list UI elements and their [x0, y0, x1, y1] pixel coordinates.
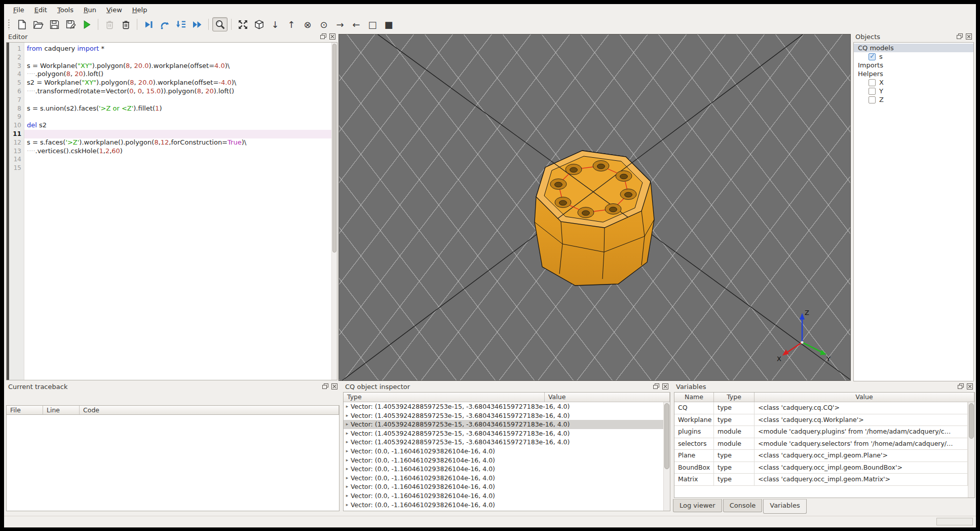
- tree-item-x[interactable]: X: [854, 78, 973, 87]
- code-line[interactable]: del s2: [24, 121, 331, 130]
- code-line[interactable]: [24, 53, 331, 62]
- code-line[interactable]: ····.transformed(rotate=Vector(0, 0, 15.…: [24, 87, 331, 96]
- expand-arrow-icon[interactable]: ▸: [344, 465, 351, 474]
- toolbar-handle[interactable]: [8, 19, 11, 30]
- menu-run[interactable]: Run: [79, 5, 101, 15]
- column-header-value[interactable]: Value: [755, 393, 974, 402]
- code-editor[interactable]: from cadquery import *s = Workplane("XY"…: [24, 43, 331, 380]
- clear-button[interactable]: [102, 17, 117, 31]
- inspector-row[interactable]: ▸Vector: (0.0, -1.1604610293826104e-16, …: [344, 474, 663, 483]
- view-top-button[interactable]: ↑: [284, 17, 299, 31]
- inspector-row[interactable]: ▸Vector: (1.4053924288597253e-15, -3.680…: [344, 420, 663, 429]
- checkbox-s[interactable]: [869, 53, 876, 60]
- inspector-scrollbar[interactable]: [663, 402, 670, 511]
- variable-row[interactable]: CQtype<class 'cadquery.cq.CQ'>: [674, 402, 968, 414]
- view-left-button[interactable]: ←: [349, 17, 364, 31]
- expand-arrow-icon[interactable]: ▸: [344, 429, 351, 438]
- checkbox-x[interactable]: [869, 79, 876, 86]
- save-button[interactable]: [47, 17, 62, 31]
- step-into-button[interactable]: [173, 17, 189, 31]
- inspector-scrollbar-thumb[interactable]: [664, 403, 669, 469]
- float-panel-button[interactable]: [956, 33, 963, 40]
- expand-arrow-icon[interactable]: ▸: [344, 420, 351, 429]
- expand-arrow-icon[interactable]: ▸: [344, 402, 351, 411]
- inspector-row[interactable]: ▸Vector: (1.4053924288597253e-15, -3.680…: [344, 402, 663, 411]
- tree-group-imports[interactable]: Imports: [854, 61, 973, 69]
- variable-row[interactable]: Planetype<class 'cadquery.occ_impl.geom.…: [674, 450, 968, 462]
- menu-view[interactable]: View: [101, 5, 127, 15]
- expand-arrow-icon[interactable]: ▸: [344, 438, 351, 447]
- inspector-row[interactable]: ▸Vector: (0.0, -1.1604610293826104e-16, …: [344, 482, 663, 491]
- column-header-code[interactable]: Code: [80, 406, 339, 414]
- code-line[interactable]: [24, 96, 331, 104]
- close-panel-button[interactable]: [966, 383, 973, 390]
- variables-scrollbar[interactable]: [968, 402, 974, 498]
- menu-file[interactable]: File: [8, 5, 29, 15]
- tree-item-y[interactable]: Y: [854, 87, 973, 95]
- code-line[interactable]: [24, 164, 331, 172]
- close-panel-button[interactable]: [965, 33, 972, 40]
- expand-arrow-icon[interactable]: ▸: [344, 474, 351, 483]
- variable-row[interactable]: BoundBoxtype<class 'cadquery.occ_impl.ge…: [674, 462, 968, 474]
- expand-arrow-icon[interactable]: ▸: [344, 447, 351, 456]
- inspector-row[interactable]: ▸Vector: (0.0, -1.1604610293826104e-16, …: [344, 491, 663, 501]
- tree-item-z[interactable]: Z: [854, 95, 973, 104]
- code-line[interactable]: from cadquery import *: [24, 45, 331, 53]
- code-line[interactable]: [24, 130, 331, 138]
- code-line[interactable]: [24, 113, 331, 121]
- view-bottom-button[interactable]: ↓: [268, 17, 283, 31]
- delete-button[interactable]: [118, 17, 133, 31]
- close-panel-button[interactable]: [662, 383, 668, 390]
- code-line[interactable]: s2 = Workplane("XY").polygon(8, 20.0).wo…: [24, 79, 331, 87]
- editor-scrollbar-thumb[interactable]: [332, 44, 336, 253]
- continue-button[interactable]: [190, 17, 205, 31]
- iso-view-button[interactable]: [251, 17, 267, 31]
- variables-scrollbar-thumb[interactable]: [969, 403, 974, 439]
- tab-console[interactable]: Console: [723, 499, 763, 512]
- variable-row[interactable]: Matrixtype<class 'cadquery.occ_impl.geom…: [674, 474, 968, 486]
- inspector-row[interactable]: ▸Vector: (0.0, -1.1604610293826104e-16, …: [344, 465, 663, 474]
- editor-scrollbar[interactable]: [331, 43, 337, 380]
- column-header-type[interactable]: Type: [714, 393, 755, 402]
- inspector-row[interactable]: ▸Vector: (0.0, -1.1604610293826104e-16, …: [344, 447, 663, 456]
- run-button[interactable]: [79, 17, 94, 31]
- inspect-button[interactable]: [212, 17, 228, 31]
- float-panel-button[interactable]: [653, 383, 659, 390]
- variable-row[interactable]: selectorsmodule<module 'cadquery.selecto…: [674, 438, 968, 450]
- open-button[interactable]: [30, 17, 46, 31]
- code-line[interactable]: ····.vertices().cskHole(1,2,60): [24, 147, 331, 156]
- variable-row[interactable]: Workplanetype<class 'cadquery.cq.Workpla…: [674, 414, 968, 427]
- tab-log-viewer[interactable]: Log viewer: [673, 499, 722, 512]
- column-header-name[interactable]: Name: [674, 393, 714, 402]
- tab-variables[interactable]: Variables: [763, 499, 806, 514]
- step-button[interactable]: [157, 17, 172, 31]
- tree-group-cq-models[interactable]: CQ models: [854, 44, 973, 52]
- inspector-row[interactable]: ▸Vector: (1.4053924288597253e-15, -3.680…: [344, 429, 663, 438]
- inspector-row[interactable]: ▸Vector: (0.0, -1.1604610293826104e-16, …: [344, 501, 663, 510]
- variable-row[interactable]: pluginsmodule<module 'cadquery.plugins' …: [674, 426, 968, 438]
- expand-arrow-icon[interactable]: ▸: [344, 501, 351, 510]
- menu-edit[interactable]: Edit: [29, 5, 52, 15]
- view-right-button[interactable]: →: [332, 17, 348, 31]
- code-line[interactable]: [24, 155, 331, 164]
- menu-help[interactable]: Help: [127, 5, 153, 15]
- tree-item-s[interactable]: s: [854, 52, 973, 61]
- menu-tools[interactable]: Tools: [52, 5, 79, 15]
- float-panel-button[interactable]: [322, 383, 328, 390]
- column-header-file[interactable]: File: [7, 406, 43, 414]
- expand-arrow-icon[interactable]: ▸: [344, 411, 351, 420]
- code-line[interactable]: ····.polygon(8, 20).loft(): [24, 70, 331, 79]
- inspector-row[interactable]: ▸Vector: (1.4053924288597253e-15, -3.680…: [344, 411, 663, 420]
- code-line[interactable]: s = s.faces('>Z').workplane().polygon(8,…: [24, 138, 331, 147]
- close-panel-button[interactable]: [329, 33, 335, 40]
- save-as-button[interactable]: [63, 17, 78, 31]
- close-panel-button[interactable]: [331, 383, 337, 390]
- expand-arrow-icon[interactable]: ▸: [344, 491, 351, 501]
- expand-arrow-icon[interactable]: ▸: [344, 482, 351, 491]
- view-front-button[interactable]: ⊗: [300, 17, 315, 31]
- expand-arrow-icon[interactable]: ▸: [344, 456, 351, 465]
- wireframe-button[interactable]: □: [365, 17, 380, 31]
- column-header-type[interactable]: Type: [344, 393, 545, 402]
- column-header-value[interactable]: Value: [545, 393, 670, 402]
- new-file-button[interactable]: [14, 17, 29, 31]
